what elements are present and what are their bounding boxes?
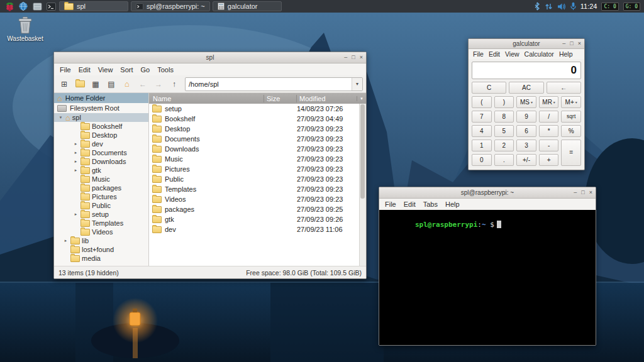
tree-item-public[interactable]: Public	[54, 201, 148, 210]
bluetooth-icon[interactable]	[534, 2, 540, 11]
digit-6-button[interactable]: 6	[516, 125, 536, 137]
menu-edit[interactable]: Edit	[75, 66, 94, 74]
tree-item-bookshelf[interactable]: Bookshelf	[54, 122, 148, 131]
divide-button[interactable]: /	[539, 111, 559, 123]
volume-icon[interactable]	[557, 3, 566, 11]
forward-button[interactable]: →	[152, 77, 165, 91]
tree-item-downloads[interactable]: ▸ Downloads	[54, 157, 148, 166]
menu-sort[interactable]: Sort	[116, 66, 136, 74]
file-row[interactable]: Bookshelf 27/09/23 04:49	[149, 114, 366, 124]
maximize-button[interactable]: □	[570, 41, 573, 47]
up-button[interactable]: ↑	[167, 77, 181, 91]
file-row[interactable]: Public 27/09/23 09:23	[149, 174, 366, 184]
task-button-calculator[interactable]: galculator	[213, 1, 282, 11]
icon-view-button[interactable]: ▦	[89, 77, 103, 91]
menu-help[interactable]: Help	[441, 200, 464, 208]
sqrt-button[interactable]: sqrt	[561, 111, 581, 123]
minimize-button[interactable]: –	[574, 190, 577, 195]
vertical-scrollbar[interactable]	[359, 104, 366, 266]
gpu-monitor[interactable]: G: 0	[623, 3, 640, 11]
place-filesystem-root[interactable]: Filesystem Root	[54, 103, 148, 113]
backspace-button[interactable]: ←	[547, 82, 581, 94]
menu-help[interactable]: Help	[557, 50, 575, 58]
maximize-button[interactable]: □	[352, 55, 355, 60]
file-row[interactable]: Pictures 27/09/23 09:23	[149, 164, 366, 174]
sign-button[interactable]: +/-	[516, 154, 536, 166]
task-button-file-manager[interactable]: spl	[59, 1, 128, 11]
digit-2-button[interactable]: 2	[494, 140, 514, 151]
add-button[interactable]: +	[539, 154, 559, 166]
expander-closed-icon[interactable]: ▸	[73, 159, 79, 164]
cpu-monitor[interactable]: C: 0	[601, 3, 618, 11]
digit-0-button[interactable]: 0	[472, 154, 492, 166]
file-row[interactable]: dev 27/09/23 11:06	[149, 224, 366, 234]
tree-item-packages[interactable]: packages	[54, 184, 148, 192]
tree-item-desktop[interactable]: Desktop	[54, 131, 148, 140]
new-window-button[interactable]: ⊞	[57, 77, 71, 91]
expander-closed-icon[interactable]: ▸	[73, 141, 79, 146]
menu-view[interactable]: View	[94, 66, 117, 74]
digit-5-button[interactable]: 5	[494, 125, 514, 137]
all-clear-button[interactable]: AC	[509, 82, 543, 94]
tree-item-dev[interactable]: ▸ dev	[54, 140, 148, 148]
file-row[interactable]: Documents 27/09/23 09:23	[149, 134, 366, 144]
tree-item-documents[interactable]: ▸ Documents	[54, 148, 148, 157]
clock[interactable]: 11:24	[580, 3, 597, 10]
digit-8-button[interactable]: 8	[494, 111, 514, 123]
menu-edit[interactable]: Edit	[400, 200, 419, 208]
close-button[interactable]: ×	[578, 41, 581, 47]
expander-closed-icon[interactable]: ▸	[73, 212, 79, 217]
menu-go[interactable]: Go	[137, 66, 154, 74]
close-button[interactable]: ×	[589, 190, 592, 195]
expander-open-icon[interactable]: ▾	[58, 115, 64, 120]
open-paren-button[interactable]: (	[472, 96, 492, 108]
column-options-button[interactable]: ▾	[357, 96, 366, 101]
close-button[interactable]: ×	[360, 55, 363, 60]
subtract-button[interactable]: -	[539, 140, 559, 151]
file-row[interactable]: packages 27/09/23 09:25	[149, 204, 366, 214]
tree-item-templates[interactable]: Templates	[54, 219, 148, 228]
minimize-button[interactable]: –	[562, 41, 565, 47]
column-modified[interactable]: Modified	[296, 95, 357, 102]
home-button[interactable]: ⌂	[120, 77, 134, 91]
tree-item-setup[interactable]: ▸ setup	[54, 210, 148, 219]
menu-edit[interactable]: Edit	[486, 50, 502, 58]
task-button-terminal[interactable]: spl@raspberrypi: ~	[131, 1, 210, 11]
menu-calculator[interactable]: Calculator	[522, 50, 557, 58]
digit-9-button[interactable]: 9	[516, 111, 536, 123]
digit-1-button[interactable]: 1	[472, 140, 492, 151]
terminal-titlebar[interactable]: spl@raspberrypi: ~ – □ ×	[379, 187, 596, 199]
network-arrows-icon[interactable]	[545, 3, 553, 11]
terminal-screen[interactable]: spl@raspberrypi:~ $	[379, 210, 596, 345]
path-input[interactable]: /home/spl	[186, 80, 352, 88]
menu-file[interactable]: File	[470, 50, 486, 58]
close-paren-button[interactable]: )	[494, 96, 514, 108]
path-bar[interactable]: /home/spl ▾	[185, 77, 363, 91]
tree-item-media[interactable]: media	[54, 254, 148, 263]
place-home-folder[interactable]: ⌂ Home Folder	[54, 93, 148, 103]
file-manager-titlebar[interactable]: spl – □ ×	[54, 52, 366, 63]
expander-closed-icon[interactable]: ▸	[73, 150, 79, 155]
memory-plus-button[interactable]: M+▾	[561, 96, 581, 108]
multiply-button[interactable]: *	[539, 125, 559, 137]
tree-item-spl[interactable]: ▾ ⌂ spl	[54, 113, 148, 122]
column-name[interactable]: Name	[149, 95, 264, 102]
column-size[interactable]: Size	[264, 95, 296, 102]
digit-7-button[interactable]: 7	[472, 111, 492, 123]
tree-item-gtk[interactable]: ▸ gtk	[54, 166, 148, 175]
minimize-button[interactable]: –	[344, 55, 347, 60]
digit-4-button[interactable]: 4	[472, 125, 492, 137]
memory-recall-button[interactable]: MR▾	[539, 96, 559, 108]
file-row[interactable]: Downloads 27/09/23 09:23	[149, 144, 366, 154]
tree-item-pictures[interactable]: Pictures	[54, 192, 148, 201]
scrollbar-thumb[interactable]	[360, 104, 365, 199]
memory-store-button[interactable]: MS▾	[516, 96, 536, 108]
menu-tools[interactable]: Tools	[153, 66, 177, 74]
file-manager-launcher[interactable]	[31, 1, 43, 11]
expander-closed-icon[interactable]: ▸	[73, 168, 79, 173]
menu-view[interactable]: View	[502, 50, 522, 58]
tree-item-music[interactable]: Music	[54, 175, 148, 184]
wastebasket-desktop-icon[interactable]: Wastebasket	[5, 16, 45, 42]
tree-item-lib[interactable]: ▸ lib	[54, 236, 148, 245]
menu-file[interactable]: File	[381, 200, 400, 208]
